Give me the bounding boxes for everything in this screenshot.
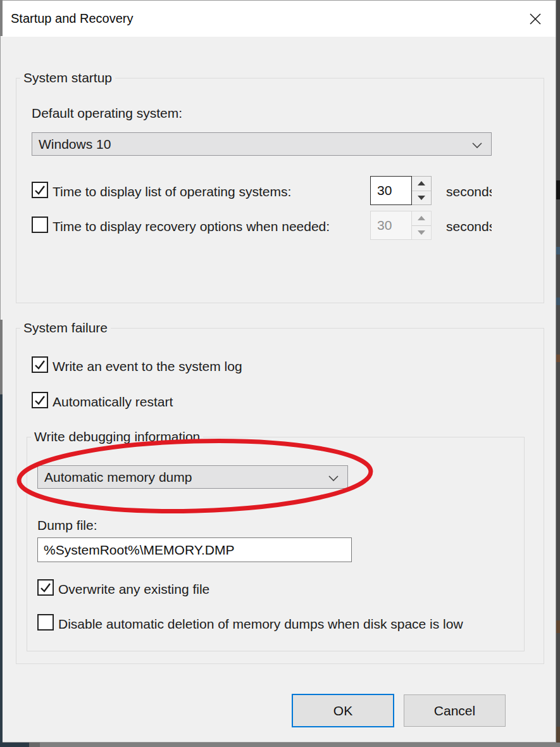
ok-button[interactable]: OK	[292, 694, 394, 727]
system-failure-group: System failure Write an event to the sys…	[16, 328, 544, 664]
dump-file-input[interactable]	[37, 537, 352, 562]
dump-file-label: Dump file:	[37, 517, 97, 534]
checkmark-icon	[33, 358, 47, 372]
chevron-down-icon	[328, 470, 339, 485]
system-failure-legend: System failure	[20, 320, 111, 336]
auto-restart-label[interactable]: Automatically restart	[53, 394, 173, 410]
spin-up-button	[412, 211, 431, 225]
checkmark-icon	[33, 393, 47, 407]
recovery-time-checkbox[interactable]	[32, 217, 48, 233]
default-os-label: Default operating system:	[32, 105, 182, 122]
auto-restart-checkbox[interactable]	[32, 392, 48, 408]
list-time-spin-buttons	[412, 176, 432, 205]
recovery-time-input	[370, 211, 412, 240]
arrow-up-icon	[418, 181, 425, 185]
startup-and-recovery-dialog: Startup and Recovery System startup Defa…	[0, 0, 556, 743]
close-icon	[528, 12, 542, 26]
dialog-title: Startup and Recovery	[11, 1, 133, 37]
write-event-checkbox[interactable]	[32, 356, 48, 373]
spin-down-button	[412, 225, 431, 240]
disable-deletion-checkbox[interactable]	[37, 614, 54, 631]
cancel-button-label: Cancel	[434, 703, 475, 719]
background-window-sliver-right	[556, 0, 560, 747]
list-time-label[interactable]: Time to display list of operating system…	[53, 184, 291, 200]
checkmark-icon	[39, 581, 53, 594]
cancel-button[interactable]: Cancel	[404, 694, 506, 727]
list-time-input[interactable]	[370, 176, 412, 205]
arrow-down-icon	[418, 230, 425, 235]
list-time-unit-label: seconds	[446, 184, 492, 200]
write-debug-group: Write debugging information Automatic me…	[27, 437, 525, 651]
arrow-down-icon	[418, 196, 425, 200]
list-time-spinner	[370, 176, 432, 205]
system-startup-legend: System startup	[20, 70, 115, 85]
dump-type-dropdown[interactable]: Automatic memory dump	[37, 465, 348, 489]
list-time-checkbox[interactable]	[32, 182, 48, 198]
recovery-time-spinner	[370, 211, 432, 240]
checkmark-icon	[33, 183, 47, 197]
background-window-sliver-bottom	[0, 743, 560, 747]
recovery-time-label[interactable]: Time to display recovery options when ne…	[53, 218, 369, 235]
ok-button-label: OK	[333, 703, 352, 719]
spin-down-button[interactable]	[412, 191, 431, 205]
disable-deletion-label[interactable]: Disable automatic deletion of memory dum…	[58, 616, 483, 632]
spin-up-button[interactable]	[412, 177, 431, 191]
dump-type-value: Automatic memory dump	[44, 470, 192, 485]
overwrite-label[interactable]: Overwrite any existing file	[58, 581, 209, 598]
system-startup-group: System startup Default operating system:…	[16, 78, 544, 303]
overwrite-checkbox[interactable]	[37, 579, 54, 596]
close-button[interactable]	[520, 1, 551, 37]
title-bar: Startup and Recovery	[1, 1, 556, 37]
write-event-label[interactable]: Write an event to the system log	[53, 358, 242, 375]
arrow-up-icon	[418, 216, 425, 220]
chevron-down-icon	[472, 137, 482, 152]
recovery-time-spin-buttons	[412, 211, 432, 240]
recovery-time-unit-label: seconds	[446, 218, 492, 235]
default-os-dropdown[interactable]: Windows 10	[32, 132, 492, 156]
write-debug-legend: Write debugging information	[31, 429, 203, 444]
default-os-value: Windows 10	[39, 137, 111, 152]
